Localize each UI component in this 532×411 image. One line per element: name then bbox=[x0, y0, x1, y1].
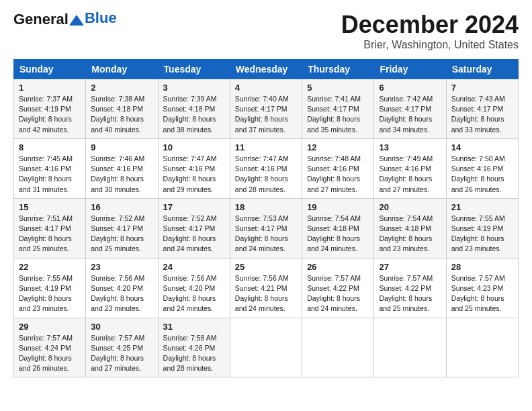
day-number: 18 bbox=[235, 202, 297, 212]
day-info: Sunrise: 7:47 AMSunset: 4:16 PMDaylight:… bbox=[163, 154, 225, 195]
calendar-cell: 7Sunrise: 7:43 AMSunset: 4:17 PMDaylight… bbox=[446, 79, 518, 139]
calendar-cell: 5Sunrise: 7:41 AMSunset: 4:17 PMDaylight… bbox=[302, 79, 374, 139]
day-number: 3 bbox=[163, 83, 225, 93]
day-info: Sunrise: 7:56 AMSunset: 4:21 PMDaylight:… bbox=[235, 273, 297, 314]
calendar-cell: 11Sunrise: 7:47 AMSunset: 4:16 PMDayligh… bbox=[230, 138, 302, 198]
day-info: Sunrise: 7:57 AMSunset: 4:22 PMDaylight:… bbox=[307, 273, 369, 314]
day-info: Sunrise: 7:43 AMSunset: 4:17 PMDaylight:… bbox=[451, 94, 513, 135]
calendar-cell: 19Sunrise: 7:54 AMSunset: 4:18 PMDayligh… bbox=[302, 198, 374, 258]
calendar-cell: 14Sunrise: 7:50 AMSunset: 4:16 PMDayligh… bbox=[446, 138, 518, 198]
logo-general: General bbox=[13, 11, 69, 28]
day-info: Sunrise: 7:48 AMSunset: 4:16 PMDaylight:… bbox=[307, 154, 369, 195]
calendar-cell: 21Sunrise: 7:55 AMSunset: 4:19 PMDayligh… bbox=[446, 198, 518, 258]
calendar-cell: 4Sunrise: 7:40 AMSunset: 4:17 PMDaylight… bbox=[230, 79, 302, 139]
calendar-cell: 30Sunrise: 7:57 AMSunset: 4:25 PMDayligh… bbox=[86, 318, 158, 377]
calendar-cell: 24Sunrise: 7:56 AMSunset: 4:20 PMDayligh… bbox=[158, 258, 230, 318]
logo: General Blue bbox=[13, 11, 117, 28]
calendar-cell: 6Sunrise: 7:42 AMSunset: 4:17 PMDaylight… bbox=[374, 79, 446, 139]
logo-text: General bbox=[13, 11, 85, 28]
day-info: Sunrise: 7:50 AMSunset: 4:16 PMDaylight:… bbox=[451, 154, 513, 195]
day-number: 9 bbox=[91, 142, 152, 152]
day-number: 14 bbox=[451, 142, 513, 152]
calendar-cell: 8Sunrise: 7:45 AMSunset: 4:16 PMDaylight… bbox=[14, 138, 86, 198]
weekday-header-monday: Monday bbox=[86, 60, 158, 79]
weekday-header-wednesday: Wednesday bbox=[230, 60, 302, 79]
location-subtitle: Brier, Washington, United States bbox=[341, 39, 519, 51]
calendar-cell: 20Sunrise: 7:54 AMSunset: 4:18 PMDayligh… bbox=[374, 198, 446, 258]
calendar-cell: 29Sunrise: 7:57 AMSunset: 4:24 PMDayligh… bbox=[14, 318, 86, 377]
calendar-cell bbox=[374, 318, 446, 377]
day-number: 31 bbox=[163, 322, 225, 332]
calendar-cell: 23Sunrise: 7:56 AMSunset: 4:20 PMDayligh… bbox=[86, 258, 158, 318]
day-info: Sunrise: 7:57 AMSunset: 4:23 PMDaylight:… bbox=[451, 273, 513, 314]
day-number: 23 bbox=[91, 262, 152, 272]
calendar-cell: 3Sunrise: 7:39 AMSunset: 4:18 PMDaylight… bbox=[158, 79, 230, 139]
calendar-cell: 1Sunrise: 7:37 AMSunset: 4:19 PMDaylight… bbox=[14, 79, 86, 139]
week-row-5: 29Sunrise: 7:57 AMSunset: 4:24 PMDayligh… bbox=[14, 318, 519, 377]
day-number: 29 bbox=[19, 322, 81, 332]
calendar-cell bbox=[446, 318, 518, 377]
calendar-cell: 25Sunrise: 7:56 AMSunset: 4:21 PMDayligh… bbox=[230, 258, 302, 318]
day-info: Sunrise: 7:39 AMSunset: 4:18 PMDaylight:… bbox=[163, 94, 225, 135]
day-number: 21 bbox=[451, 202, 513, 212]
day-number: 2 bbox=[91, 83, 152, 93]
week-row-2: 8Sunrise: 7:45 AMSunset: 4:16 PMDaylight… bbox=[14, 138, 519, 198]
day-number: 30 bbox=[91, 322, 152, 332]
calendar-cell: 12Sunrise: 7:48 AMSunset: 4:16 PMDayligh… bbox=[302, 138, 374, 198]
day-info: Sunrise: 7:52 AMSunset: 4:17 PMDaylight:… bbox=[91, 214, 152, 255]
calendar-cell: 27Sunrise: 7:57 AMSunset: 4:22 PMDayligh… bbox=[374, 258, 446, 318]
weekday-header-friday: Friday bbox=[374, 60, 446, 79]
day-number: 26 bbox=[307, 262, 369, 272]
day-number: 19 bbox=[307, 202, 369, 212]
day-number: 8 bbox=[19, 142, 81, 152]
week-row-3: 15Sunrise: 7:51 AMSunset: 4:17 PMDayligh… bbox=[14, 198, 519, 258]
day-info: Sunrise: 7:41 AMSunset: 4:17 PMDaylight:… bbox=[307, 94, 369, 135]
day-info: Sunrise: 7:51 AMSunset: 4:17 PMDaylight:… bbox=[19, 214, 81, 255]
day-number: 17 bbox=[163, 202, 225, 212]
day-number: 25 bbox=[235, 262, 297, 272]
header: General Blue December 2024 Brier, Washin… bbox=[13, 11, 519, 51]
weekday-header-saturday: Saturday bbox=[446, 60, 518, 79]
calendar-cell: 15Sunrise: 7:51 AMSunset: 4:17 PMDayligh… bbox=[14, 198, 86, 258]
day-number: 1 bbox=[19, 83, 81, 93]
day-number: 7 bbox=[451, 83, 513, 93]
calendar-cell: 17Sunrise: 7:52 AMSunset: 4:17 PMDayligh… bbox=[158, 198, 230, 258]
day-info: Sunrise: 7:56 AMSunset: 4:20 PMDaylight:… bbox=[91, 273, 152, 314]
day-info: Sunrise: 7:57 AMSunset: 4:24 PMDaylight:… bbox=[19, 333, 81, 374]
day-info: Sunrise: 7:37 AMSunset: 4:19 PMDaylight:… bbox=[19, 94, 81, 135]
logo-icon bbox=[69, 15, 84, 26]
day-info: Sunrise: 7:47 AMSunset: 4:16 PMDaylight:… bbox=[235, 154, 297, 195]
day-number: 12 bbox=[307, 142, 369, 152]
day-info: Sunrise: 7:57 AMSunset: 4:22 PMDaylight:… bbox=[379, 273, 441, 314]
weekday-header-thursday: Thursday bbox=[302, 60, 374, 79]
day-number: 28 bbox=[451, 262, 513, 272]
day-info: Sunrise: 7:57 AMSunset: 4:25 PMDaylight:… bbox=[91, 333, 152, 374]
calendar-cell: 16Sunrise: 7:52 AMSunset: 4:17 PMDayligh… bbox=[86, 198, 158, 258]
calendar-table: SundayMondayTuesdayWednesdayThursdayFrid… bbox=[13, 59, 519, 377]
day-info: Sunrise: 7:45 AMSunset: 4:16 PMDaylight:… bbox=[19, 154, 81, 195]
title-block: December 2024 Brier, Washington, United … bbox=[341, 11, 519, 51]
logo-blue: Blue bbox=[85, 9, 117, 27]
day-info: Sunrise: 7:55 AMSunset: 4:19 PMDaylight:… bbox=[451, 214, 513, 255]
day-number: 10 bbox=[163, 142, 225, 152]
day-number: 15 bbox=[19, 202, 81, 212]
calendar-cell: 2Sunrise: 7:38 AMSunset: 4:18 PMDaylight… bbox=[86, 79, 158, 139]
weekday-header-sunday: Sunday bbox=[14, 60, 86, 79]
day-info: Sunrise: 7:42 AMSunset: 4:17 PMDaylight:… bbox=[379, 94, 441, 135]
weekday-header-row: SundayMondayTuesdayWednesdayThursdayFrid… bbox=[14, 60, 519, 79]
day-info: Sunrise: 7:54 AMSunset: 4:18 PMDaylight:… bbox=[307, 214, 369, 255]
calendar-cell: 26Sunrise: 7:57 AMSunset: 4:22 PMDayligh… bbox=[302, 258, 374, 318]
day-number: 27 bbox=[379, 262, 441, 272]
day-number: 4 bbox=[235, 83, 297, 93]
day-info: Sunrise: 7:53 AMSunset: 4:17 PMDaylight:… bbox=[235, 214, 297, 255]
day-info: Sunrise: 7:52 AMSunset: 4:17 PMDaylight:… bbox=[163, 214, 225, 255]
calendar-cell: 28Sunrise: 7:57 AMSunset: 4:23 PMDayligh… bbox=[446, 258, 518, 318]
day-info: Sunrise: 7:55 AMSunset: 4:19 PMDaylight:… bbox=[19, 273, 81, 314]
calendar-cell: 31Sunrise: 7:58 AMSunset: 4:26 PMDayligh… bbox=[158, 318, 230, 377]
day-number: 22 bbox=[19, 262, 81, 272]
day-number: 11 bbox=[235, 142, 297, 152]
day-info: Sunrise: 7:40 AMSunset: 4:17 PMDaylight:… bbox=[235, 94, 297, 135]
day-number: 13 bbox=[379, 142, 441, 152]
day-info: Sunrise: 7:54 AMSunset: 4:18 PMDaylight:… bbox=[379, 214, 441, 255]
day-info: Sunrise: 7:49 AMSunset: 4:16 PMDaylight:… bbox=[379, 154, 441, 195]
